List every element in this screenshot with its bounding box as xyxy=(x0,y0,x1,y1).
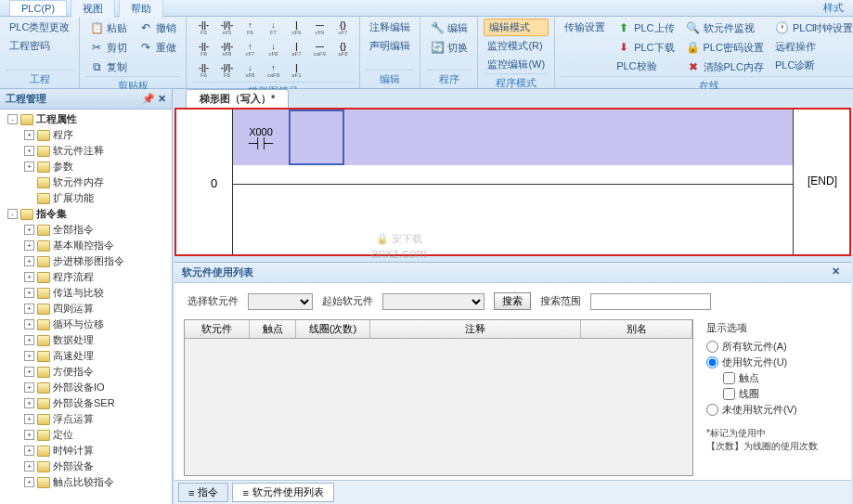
col-comment: 注释 xyxy=(370,320,581,338)
ladder-symbol-button[interactable]: {}sF7 xyxy=(331,19,354,37)
plc-diag-button[interactable]: PLC诊断 xyxy=(771,57,853,74)
edit-mode-button[interactable]: 编辑模式 xyxy=(484,19,549,36)
tree-item[interactable]: +循环与位移 xyxy=(2,317,170,332)
plc-clock-button[interactable]: 🕐PLC时钟设置 xyxy=(771,19,853,37)
tree-item[interactable]: +高速处理 xyxy=(2,348,170,364)
tree-item[interactable]: +触点比较指令 xyxy=(2,474,170,490)
tree-item[interactable]: +定位 xyxy=(2,427,170,443)
project-password-button[interactable]: 工程密码 xyxy=(6,37,73,55)
paste-button[interactable]: 📋粘贴 xyxy=(85,19,131,37)
bottom-tab-device-list[interactable]: ≡软元件使用列表 xyxy=(232,483,333,502)
tree-item[interactable]: +软元件注释 xyxy=(2,143,170,159)
tree-item[interactable]: +全部指令 xyxy=(2,222,170,238)
tree-item[interactable]: +外部设备IO xyxy=(2,380,170,395)
opt-all-radio[interactable]: 所有软元件(A) xyxy=(706,339,838,355)
tree-item[interactable]: 软元件内存 xyxy=(2,174,170,190)
ladder-editor[interactable]: X000 ─┤├─ 0 [END] xyxy=(174,108,851,256)
monitor-edit-button[interactable]: 监控编辑(W) xyxy=(484,56,549,73)
plc-type-change-button[interactable]: PLC类型更改 xyxy=(6,19,73,36)
ladder-symbol-button[interactable]: -|/|-sF5 xyxy=(215,19,238,37)
title-bar: PLC(P) 视图 帮助 样式 xyxy=(0,0,853,17)
device-monitor-button[interactable]: 🔍软元件监视 xyxy=(682,19,768,37)
ladder-symbol-button[interactable]: |cF9 xyxy=(285,19,307,37)
opt-coil-check[interactable]: 线圈 xyxy=(723,386,838,402)
copy-button[interactable]: ⧉复制 xyxy=(85,58,131,76)
statement-edit-button[interactable]: 声明编辑 xyxy=(366,37,414,55)
tree-item[interactable]: +传送与比较 xyxy=(2,285,170,301)
opt-used-radio[interactable]: 使用软元件(U) xyxy=(706,355,838,370)
redo-button[interactable]: ↷重做 xyxy=(135,38,180,57)
remote-op-button[interactable]: 远程操作 xyxy=(771,38,853,56)
start-device-dropdown[interactable] xyxy=(382,293,485,310)
ladder-cursor[interactable] xyxy=(289,110,344,165)
ladder-symbol-button[interactable]: —caF9 xyxy=(308,40,330,58)
undo-button[interactable]: ↶撤销 xyxy=(135,19,180,37)
tree-item[interactable]: +浮点运算 xyxy=(2,411,170,427)
tab-help[interactable]: 帮助 xyxy=(119,0,163,18)
tree-item[interactable]: +基本顺控指令 xyxy=(2,238,170,253)
tree-body[interactable]: -工程属性+程序+软元件注释+参数软元件内存扩展功能-指令集+全部指令+基本顺控… xyxy=(0,110,172,504)
search-range-input[interactable] xyxy=(590,293,711,310)
tree-item[interactable]: 扩展功能 xyxy=(2,190,170,206)
ladder-symbol-button[interactable]: —cF9 xyxy=(308,19,330,37)
ladder-rung-end[interactable]: 0 [END] xyxy=(233,165,793,202)
opt-contact-check[interactable]: 触点 xyxy=(723,370,838,386)
tree-item[interactable]: +数据处理 xyxy=(2,332,170,348)
ladder-symbol-button[interactable]: -||-F5 xyxy=(192,19,214,37)
tree-item[interactable]: +外部设备 xyxy=(2,459,170,474)
plc-upload-button[interactable]: ⬆PLC上传 xyxy=(613,19,678,37)
ladder-symbol-button[interactable]: -||-F8 xyxy=(192,40,214,58)
ladder-symbol-button[interactable]: ↓sF8 xyxy=(239,61,261,80)
ladder-symbol-button[interactable]: ↑cF7 xyxy=(239,40,261,58)
select-device-dropdown[interactable] xyxy=(248,293,313,310)
edit-button[interactable]: 🔧编辑 xyxy=(426,19,472,37)
tree-item[interactable]: +程序 xyxy=(2,127,170,143)
tree-item[interactable]: +程序流程 xyxy=(2,269,170,285)
cut-icon: ✂ xyxy=(89,40,104,55)
search-button[interactable]: 搜索 xyxy=(494,292,531,310)
monitor-mode-button[interactable]: 监控模式(R) xyxy=(484,37,549,55)
ladder-symbol-button[interactable]: -|/|-F8 xyxy=(215,61,238,80)
plc-verify-button[interactable]: PLC校验 xyxy=(613,58,678,75)
document-tabs: 梯形图（写入）* xyxy=(173,89,853,108)
col-contact: 触点 xyxy=(250,320,296,338)
cut-button[interactable]: ✂剪切 xyxy=(85,38,131,57)
ladder-contact-x000[interactable]: X000 ─┤├─ xyxy=(233,110,289,165)
tree-item[interactable]: +方便指令 xyxy=(2,364,170,380)
close-icon[interactable]: ✕ xyxy=(828,265,844,279)
tree-item[interactable]: +外部设备SER xyxy=(2,395,170,411)
title-style[interactable]: 样式 xyxy=(823,1,844,15)
ladder-rung-0[interactable]: X000 ─┤├─ xyxy=(233,110,793,165)
tree-item[interactable]: -工程属性 xyxy=(2,111,170,127)
plc-password-button[interactable]: 🔒PLC密码设置 xyxy=(682,38,768,57)
monitor-icon: 🔍 xyxy=(686,20,701,35)
tree-item[interactable]: +步进梯形图指令 xyxy=(2,253,170,269)
tab-view[interactable]: 视图 xyxy=(71,0,115,18)
ladder-symbol-button[interactable]: ↑F6 xyxy=(239,19,261,37)
device-table[interactable]: 软元件 触点 线圈(次数) 注释 别名 xyxy=(184,319,693,476)
ladder-symbol-button[interactable]: -|/|-sF8 xyxy=(215,40,238,58)
tree-item[interactable]: +四则运算 xyxy=(2,301,170,317)
tree-pin-icon[interactable]: 📌 ✕ xyxy=(142,93,166,105)
tree-item[interactable]: +时钟计算 xyxy=(2,443,170,459)
plc-download-button[interactable]: ⬇PLC下载 xyxy=(613,38,678,57)
ladder-symbol-button[interactable]: ↓cF8 xyxy=(262,40,284,58)
ladder-symbol-button[interactable]: {}aF8 xyxy=(331,40,354,58)
transfer-settings-button[interactable]: 传输设置 xyxy=(561,19,609,36)
ladder-symbol-button[interactable]: ↑caF8 xyxy=(262,61,284,80)
ladder-tab[interactable]: 梯形图（写入）* xyxy=(186,89,289,108)
tree-item[interactable]: -指令集 xyxy=(2,206,170,222)
contact-symbol: ─┤├─ xyxy=(249,137,274,149)
search-range-label: 搜索范围 xyxy=(540,294,581,308)
ladder-symbol-button[interactable]: |aF1 xyxy=(285,61,307,80)
opt-unused-radio[interactable]: 未使用软元件(V) xyxy=(706,402,838,418)
ladder-symbol-button[interactable]: |aF7 xyxy=(285,40,307,58)
switch-button[interactable]: 🔄切换 xyxy=(426,38,472,57)
tab-plc[interactable]: PLC(P) xyxy=(9,0,67,16)
bottom-tab-instruction[interactable]: ≡指令 xyxy=(178,483,228,502)
ladder-symbol-button[interactable]: -||-F6 xyxy=(192,61,214,80)
clear-plc-button[interactable]: ✖清除PLC内存 xyxy=(682,58,768,76)
tree-item[interactable]: +参数 xyxy=(2,159,170,174)
comment-edit-button[interactable]: 注释编辑 xyxy=(366,19,414,36)
ladder-symbol-button[interactable]: ↓F7 xyxy=(262,19,284,37)
